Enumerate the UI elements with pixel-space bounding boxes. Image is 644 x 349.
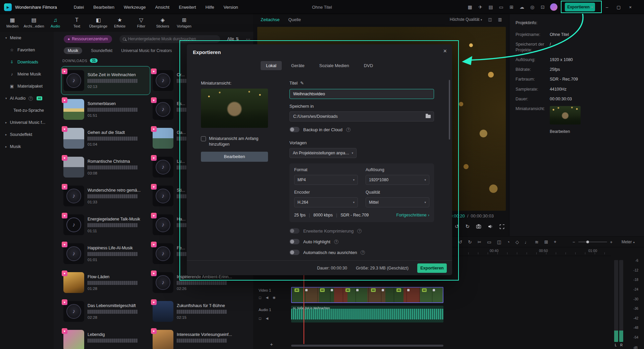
zoom-slider[interactable] — [578, 242, 607, 242]
tab-musik[interactable]: Musik — [64, 47, 82, 54]
music-list-item[interactable]: ♥Sommerblasen01:51 — [61, 95, 150, 124]
tab-universal-music[interactable]: Universal Music for Creators — [121, 48, 172, 53]
tab-zeitachse[interactable]: Zeitachse — [261, 17, 279, 22]
tab-text[interactable]: TText — [66, 16, 87, 32]
thumbnail-checkbox-row[interactable]: Miniaturansicht am Anfang hinzufügen — [201, 136, 263, 147]
folder-icon[interactable] — [426, 115, 431, 118]
heart-badge-icon[interactable]: ♥ — [62, 270, 67, 276]
tab-geraete[interactable]: Geräte — [286, 61, 310, 70]
sidebar-item-ai-audio[interactable]: ▾AI Audio?AI — [0, 92, 54, 104]
help-icon[interactable]: ? — [361, 250, 365, 255]
help-icon[interactable]: ? — [29, 96, 33, 101]
heart-badge-icon[interactable]: ♥ — [62, 328, 67, 334]
lock-icon[interactable]: ◻ — [259, 316, 261, 320]
video-clip[interactable]: AI AI AI AI AI AI — [291, 287, 443, 303]
share-icon[interactable]: ✈ — [477, 4, 483, 10]
zoom-out-icon[interactable]: − — [573, 240, 575, 245]
music-list-item[interactable]: ♪♥Wunderschöne retro gemä...01:33 — [61, 182, 150, 210]
quality-dropdown[interactable]: Höchste Qualität ▾ — [450, 17, 482, 22]
heart-badge-icon[interactable]: ♥ — [151, 299, 157, 305]
close-icon[interactable]: × — [443, 48, 447, 55]
render-icon[interactable]: ⊞ — [544, 239, 548, 245]
menu-version[interactable]: Version — [219, 5, 243, 10]
redo-icon[interactable]: ↻ — [468, 239, 472, 245]
music-list-item[interactable]: ♪♥Süße Zeit in Weihnachten02:13 — [61, 66, 150, 95]
music-list-item[interactable]: ♥Zukunftshaus für T-Bühne02:15 — [150, 297, 239, 326]
apps-icon[interactable]: ⊡ — [540, 4, 546, 10]
zoom-slider-knob[interactable] — [586, 241, 589, 243]
title-input[interactable] — [289, 89, 434, 99]
edit-thumbnail-button[interactable]: Bearbeiten — [550, 129, 639, 134]
minimize-button[interactable]: – — [606, 5, 608, 10]
stock-media-icon[interactable]: ▤ — [488, 4, 494, 10]
keyframe-icon[interactable]: ◇ — [516, 239, 519, 245]
tab-soundeffekt[interactable]: Soundeffekt — [91, 48, 112, 53]
heart-badge-icon[interactable]: ♥ — [151, 155, 157, 161]
menu-bearbeiten[interactable]: Bearbeiten — [89, 5, 119, 10]
heart-badge-icon[interactable]: ♥ — [62, 155, 67, 161]
menu-hilfe[interactable]: Hilfe — [201, 5, 219, 10]
snapshot-camera-icon[interactable] — [476, 224, 481, 229]
heart-badge-icon[interactable]: ♥ — [151, 242, 157, 247]
dialog-scrollbar[interactable] — [449, 80, 450, 140]
speaker-icon[interactable] — [488, 224, 493, 229]
menu-werkzeuge[interactable]: Werkzeuge — [119, 5, 151, 10]
more-options-button[interactable]: ⋯ — [246, 36, 251, 42]
search-bar[interactable] — [119, 35, 220, 43]
save-path-input[interactable] — [289, 111, 434, 121]
sidebar-section-meine[interactable]: ▾Meine — [0, 32, 54, 44]
heart-badge-icon[interactable]: ♥ — [151, 126, 157, 132]
resource-center-button[interactable]: ◆Ressourcenzentrum — [64, 35, 112, 43]
help-icon[interactable]: ? — [357, 229, 362, 233]
support-icon[interactable]: ◎ — [529, 4, 535, 10]
marker-icon[interactable]: ⌖ — [554, 239, 556, 245]
fullscreen-icon[interactable] — [499, 224, 504, 229]
audio-tool-icon[interactable]: ♩ — [525, 240, 529, 245]
sidebar-item-universal-music[interactable]: ▸Universal Music f... — [0, 116, 54, 129]
cloud-backup-toggle[interactable] — [289, 127, 300, 132]
resolution-dropdown[interactable]: 1920*1080▾ — [366, 175, 429, 185]
keyboard-icon[interactable]: ▭ — [498, 4, 504, 10]
search-input[interactable] — [128, 37, 217, 41]
auto-reframe-toggle[interactable] — [289, 250, 300, 255]
heart-badge-icon[interactable]: ♥ — [151, 213, 157, 218]
heart-badge-icon[interactable]: ♥ — [151, 97, 157, 103]
tab-soziale-medien[interactable]: Soziale Medien — [314, 61, 355, 70]
heart-badge-icon[interactable]: ♥ — [62, 68, 67, 74]
music-list-item[interactable]: ♥Lebendig — [61, 326, 150, 349]
heart-badge-icon[interactable]: ♥ — [151, 68, 157, 74]
lock-icon[interactable]: ◻ — [259, 296, 261, 299]
split-view-icon[interactable]: ◫ — [488, 17, 492, 22]
tab-effekte[interactable]: ★Effekte — [109, 16, 130, 32]
zoom-in-icon[interactable]: + — [610, 240, 613, 245]
advanced-settings-link[interactable]: Fortgeschrittene› — [396, 213, 430, 217]
edit-pencil-icon[interactable]: ✎ — [300, 81, 304, 86]
tab-stickers[interactable]: ◈Stickers — [152, 16, 173, 32]
music-list-item[interactable]: ♥Flow-Läden01:28 — [61, 268, 150, 297]
maximize-button[interactable]: ▢ — [616, 5, 621, 10]
filter-all-button[interactable]: Alle⇅ — [227, 37, 239, 41]
redo-icon[interactable]: ↻ — [465, 223, 470, 230]
add-track-button[interactable]: + — [270, 341, 273, 347]
tab-archivmedien[interactable]: ▤Archi...edien — [23, 16, 44, 32]
format-dropdown[interactable]: MP4▾ — [294, 175, 358, 185]
heart-badge-icon[interactable]: ♥ — [151, 270, 157, 276]
sidebar-item-meine-musik[interactable]: ♪Meine Musik — [0, 68, 54, 80]
tab-medien[interactable]: ▦Medien — [2, 16, 23, 32]
heart-badge-icon[interactable]: ♥ — [62, 213, 67, 218]
audio-clip[interactable]: AI. Süße Zeit in Weihnachten — [291, 306, 443, 322]
templates-dropdown[interactable]: An Projekteinstellungen anpass... ▾ — [289, 148, 357, 158]
tab-filter[interactable]: ▽Filter — [131, 16, 152, 32]
music-list-item[interactable]: ♪♥Happiness Life-Al-Musik01:01 — [61, 239, 150, 268]
music-list-item[interactable]: ♥Romantische Christma03:08 — [61, 153, 150, 182]
checkbox[interactable] — [201, 136, 206, 141]
heart-badge-icon[interactable]: ♥ — [62, 184, 67, 190]
music-list-item[interactable]: ♪♥Das Lebensmittelgeschäft02:28 — [61, 297, 150, 326]
advanced-compression-toggle[interactable] — [289, 228, 300, 234]
auto-highlight-toggle[interactable] — [289, 239, 300, 244]
edit-thumbnail-button[interactable]: Bearbeiten — [201, 152, 268, 162]
menu-ansicht[interactable]: Ansicht — [151, 5, 174, 10]
music-list-item[interactable]: ♥Gehen auf die Stadt01:04 — [61, 124, 150, 153]
mixer-icon[interactable]: ≋ — [535, 239, 539, 245]
avatar[interactable] — [550, 3, 557, 11]
